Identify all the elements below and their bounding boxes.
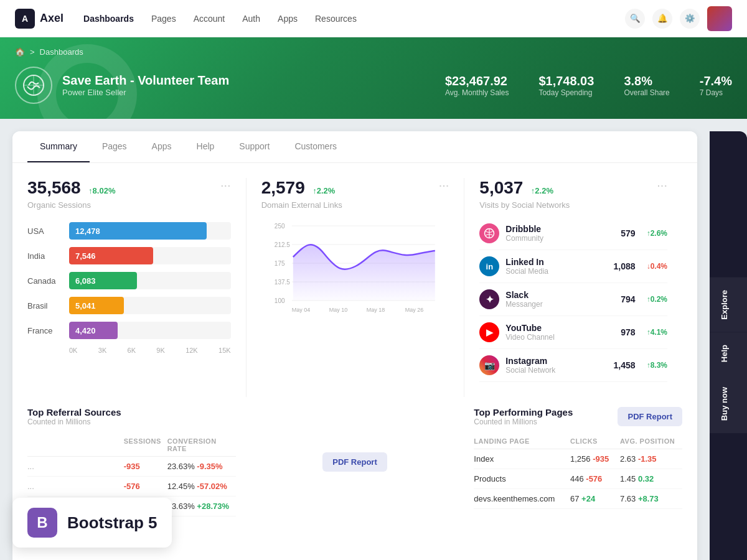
social-visits-value: 5,037 — [479, 178, 523, 197]
top-pages-section: Top Performing Pages Counted in Millions… — [474, 407, 682, 516]
stat-organic-sessions: 35,568 ↑8.02% ··· Organic Sessions USA 1… — [27, 178, 246, 397]
organic-sessions-label: Organic Sessions — [27, 200, 231, 210]
bar-chart: USA 12,478 India 7,546 — [27, 222, 231, 354]
bar-brasil: Brasil 5,041 — [27, 297, 231, 314]
hero-stats: $23,467.92 Avg. Monthly Sales $1,748.03 … — [445, 74, 732, 97]
bar-india: India 7,546 — [27, 247, 231, 264]
tab-support[interactable]: Support — [227, 131, 282, 162]
tab-apps[interactable]: Apps — [139, 131, 184, 162]
svg-text:May 26: May 26 — [405, 307, 423, 313]
nav-links: Dashboards Pages Account Auth Apps Resou… — [83, 14, 625, 24]
pdf-report-button-2[interactable]: PDF Report — [618, 407, 682, 426]
instagram-icon: 📷 — [479, 355, 499, 375]
stat-overall-share: 3.8% Overall Share — [624, 74, 669, 97]
stats-grid: 35,568 ↑8.02% ··· Organic Sessions USA 1… — [12, 163, 697, 397]
table-row: Index 1,256 -935 2.63 -1.35 — [474, 449, 682, 469]
tab-pages[interactable]: Pages — [90, 131, 139, 162]
help-button[interactable]: Help — [710, 332, 747, 375]
social-visits-change: ↑2.2% — [531, 186, 553, 195]
slack-icon: ✦ — [479, 289, 499, 309]
buy-now-button[interactable]: Buy now — [710, 375, 747, 433]
navbar: A Axel Dashboards Pages Account Auth App… — [0, 0, 747, 37]
social-instagram: 📷 Instagram Social Network 1,458 ↑8.3% — [479, 349, 667, 382]
social-visits-label: Visits by Social Networks — [479, 200, 667, 210]
notification-button[interactable]: 🔔 — [652, 9, 672, 29]
svg-text:May 18: May 18 — [366, 307, 385, 313]
svg-text:175: 175 — [274, 260, 284, 267]
stat-domain-links: 2,579 ↑2.2% ··· Domain External Links 25… — [246, 178, 464, 397]
domain-links-value: 2,579 — [261, 178, 305, 197]
right-panel: Explore Help Buy now — [710, 131, 747, 560]
stat-social: 5,037 ↑2.2% ··· Visits by Social Network… — [464, 178, 682, 397]
bootstrap-text: Bootstrap 5 — [67, 513, 157, 533]
brand-icon: A — [15, 9, 35, 29]
stat-7days: -7.4% 7 Days — [700, 74, 732, 97]
dashboard-card: Summary Pages Apps Help Support Customer… — [12, 131, 697, 560]
nav-apps[interactable]: Apps — [278, 14, 298, 24]
social-dribbble: Dribbble Community 579 ↑2.6% — [479, 217, 667, 250]
organic-sessions-change: ↑8.02% — [88, 186, 115, 195]
table-row: ... -935 23.63% -9.35% — [27, 457, 236, 477]
tab-help[interactable]: Help — [184, 131, 227, 162]
social-visits-menu[interactable]: ··· — [657, 178, 667, 192]
nav-account[interactable]: Account — [194, 14, 225, 24]
table-row: ... -576 12.45% -57.02% — [27, 477, 236, 497]
hero-banner: 🏠 > Dashboards Save Earth - Volunteer Te… — [0, 37, 747, 119]
stat-today-spending: $1,748.03 Today Spending — [538, 74, 594, 97]
explore-button[interactable]: Explore — [710, 278, 747, 332]
linkedin-icon: in — [479, 256, 499, 276]
nav-auth[interactable]: Auth — [242, 14, 260, 24]
breadcrumb-separator: > — [30, 47, 35, 57]
bar-canada: Canada 6,083 — [27, 272, 231, 289]
nav-resources[interactable]: Resources — [315, 14, 357, 24]
domain-links-menu[interactable]: ··· — [439, 178, 449, 192]
avatar[interactable] — [707, 6, 732, 31]
bootstrap-badge: B Bootstrap 5 — [12, 498, 172, 548]
social-slack: ✦ Slack Messanger 794 ↑0.2% — [479, 283, 667, 316]
dribbble-icon — [479, 223, 499, 243]
domain-links-label: Domain External Links — [261, 200, 449, 210]
organic-sessions-value: 35,568 — [27, 178, 81, 197]
social-linkedin: in Linked In Social Media 1,088 ↓0.4% — [479, 250, 667, 283]
search-button[interactable]: 🔍 — [625, 9, 645, 29]
card-tabs: Summary Pages Apps Help Support Customer… — [12, 131, 697, 163]
bar-axis: 0K 3K 6K 9K 12K 15K — [27, 347, 231, 354]
svg-text:100: 100 — [274, 297, 284, 304]
svg-text:May 10: May 10 — [329, 307, 347, 313]
svg-text:137.5: 137.5 — [274, 279, 289, 286]
nav-dashboards[interactable]: Dashboards — [83, 14, 134, 24]
line-chart: 250 212.5 175 137.5 100 — [261, 220, 449, 322]
brand-name: Axel — [40, 12, 63, 25]
organic-sessions-menu[interactable]: ··· — [220, 178, 231, 192]
brand[interactable]: A Axel — [15, 9, 63, 29]
stat-avg-sales: $23,467.92 Avg. Monthly Sales — [445, 74, 509, 97]
social-list: Dribbble Community 579 ↑2.6% in Linked I… — [479, 217, 667, 382]
svg-text:212.5: 212.5 — [274, 241, 289, 248]
tab-customers[interactable]: Customers — [282, 131, 349, 162]
bar-france: France 4,420 — [27, 322, 231, 339]
bootstrap-icon: B — [27, 508, 57, 538]
nav-icons: 🔍 🔔 ⚙️ — [625, 6, 732, 31]
table-row: devs.keenthemes.com 67 +24 7.63 +8.73 — [474, 489, 682, 509]
social-youtube: ▶ YouTube Video Channel 978 ↑4.1% — [479, 316, 667, 349]
breadcrumb: 🏠 > Dashboards — [15, 47, 732, 57]
svg-text:250: 250 — [274, 223, 284, 230]
breadcrumb-home[interactable]: 🏠 — [15, 47, 25, 57]
line-chart-svg: 250 212.5 175 137.5 100 — [261, 220, 449, 319]
settings-button[interactable]: ⚙️ — [680, 9, 700, 29]
referral-table-header: SESSIONS CONVERSION RATE — [27, 434, 236, 457]
youtube-icon: ▶ — [479, 322, 499, 342]
pdf-report-button[interactable]: PDF Report — [322, 452, 387, 472]
domain-links-change: ↑2.2% — [312, 186, 335, 195]
bar-usa: USA 12,478 — [27, 222, 231, 240]
tab-summary[interactable]: Summary — [27, 131, 90, 162]
svg-text:May 04: May 04 — [291, 307, 310, 313]
table-row: Products 446 -576 1.45 0.32 — [474, 469, 682, 489]
nav-pages[interactable]: Pages — [151, 14, 176, 24]
pdf-report-center: PDF Report — [251, 407, 459, 516]
pages-table-header: LANDING PAGE CLICKS AVG. POSITION — [474, 434, 682, 449]
